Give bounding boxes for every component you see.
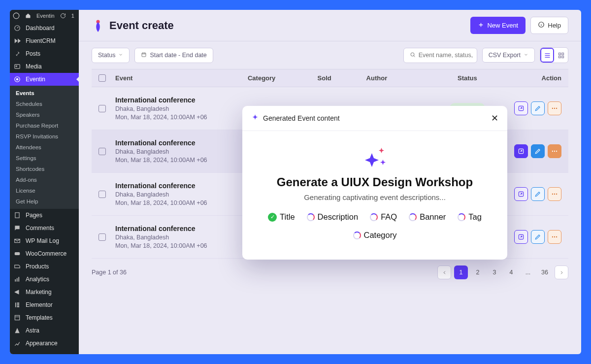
svg-rect-19 — [142, 53, 146, 57]
menu-dashboard[interactable]: Dashboard — [10, 22, 79, 34]
event-location: Dhaka, Bangladesh — [115, 191, 248, 198]
csv-export-button[interactable]: CSV Export — [482, 48, 535, 63]
page-...: ... — [521, 265, 535, 279]
menu-media[interactable]: Media — [10, 60, 79, 73]
status-filter[interactable]: Status — [92, 48, 130, 63]
close-icon[interactable]: ✕ — [491, 113, 498, 124]
more-button[interactable] — [548, 101, 561, 115]
comments-icon — [14, 225, 22, 232]
view-button[interactable] — [514, 144, 528, 158]
submenu-get-help[interactable]: Get Help — [10, 196, 79, 207]
home-icon[interactable] — [25, 12, 32, 19]
pages-icon — [14, 212, 22, 219]
help-button[interactable]: Help — [530, 17, 568, 34]
row-actions — [499, 101, 561, 115]
select-all-checkbox[interactable] — [98, 74, 106, 82]
event-datetime: Mon, Mar 18, 2024, 10:00AM +06 — [115, 157, 248, 164]
row-checkbox[interactable] — [98, 191, 106, 198]
search-icon — [410, 52, 416, 59]
menu-appearance[interactable]: Appearance — [10, 337, 79, 350]
event-title: International conference — [115, 139, 248, 147]
row-checkbox[interactable] — [98, 148, 106, 155]
submenu-attendees[interactable]: Attendees — [10, 142, 79, 153]
submenu-license[interactable]: License — [10, 185, 79, 196]
svg-point-27 — [554, 108, 555, 109]
menu-products[interactable]: Products — [10, 260, 79, 273]
submenu-addons[interactable]: Add-ons — [10, 174, 79, 185]
menu-astra[interactable]: Astra — [10, 324, 79, 337]
menu-analytics[interactable]: Analytics — [10, 273, 79, 286]
submenu-events[interactable]: Events — [10, 88, 79, 99]
menu-eventin[interactable]: Eventin — [10, 73, 79, 86]
menu-pages[interactable]: Pages — [10, 209, 79, 222]
submenu-shortcodes[interactable]: Shortcodes — [10, 164, 79, 174]
modal-header-title: Generated Event content — [263, 114, 340, 122]
svg-point-39 — [554, 236, 555, 237]
eventin-submenu: Events Schedules Speakers Purchase Repor… — [10, 86, 79, 209]
page-36[interactable]: 36 — [538, 265, 552, 279]
spinner-icon — [307, 213, 315, 221]
submenu-schedules[interactable]: Schedules — [10, 99, 79, 109]
spinner-icon — [353, 232, 361, 239]
wordpress-icon[interactable] — [13, 12, 20, 19]
grid-view-button[interactable] — [554, 48, 568, 63]
site-name[interactable]: Eventin — [36, 13, 55, 19]
svg-rect-2 — [15, 65, 20, 68]
next-page-button[interactable] — [555, 265, 568, 279]
submenu-rsvp[interactable]: RSVP Invitations — [10, 131, 79, 142]
svg-rect-16 — [15, 315, 19, 320]
menu-comments[interactable]: Comments — [10, 222, 79, 234]
eventin-icon — [14, 76, 22, 83]
edit-button[interactable] — [531, 230, 545, 244]
page-2[interactable]: 2 — [471, 265, 485, 279]
row-checkbox[interactable] — [98, 233, 106, 241]
search-input-wrap[interactable] — [403, 48, 477, 63]
row-checkbox[interactable] — [98, 105, 106, 112]
menu-posts[interactable]: Posts — [10, 47, 79, 60]
menu-woocommerce[interactable]: WooCommerce — [10, 247, 79, 260]
edit-button[interactable] — [531, 101, 545, 115]
menu-elementor[interactable]: Elementor — [10, 298, 79, 311]
prev-page-button[interactable] — [437, 265, 451, 279]
event-cell: International conferenceDhaka, Banglades… — [115, 96, 248, 121]
more-button[interactable] — [548, 230, 561, 244]
page-1[interactable]: 1 — [454, 265, 468, 279]
col-status: Status — [436, 74, 498, 82]
submenu-settings[interactable]: Settings — [10, 153, 79, 164]
chevron-down-icon — [524, 52, 528, 59]
menu-templates[interactable]: Templates — [10, 311, 79, 324]
event-cell: International conferenceDhaka, Banglades… — [115, 182, 248, 206]
edit-button[interactable] — [531, 144, 545, 158]
submenu-purchase-report[interactable]: Purchase Report — [10, 120, 79, 131]
row-actions — [499, 144, 561, 158]
svg-point-5 — [16, 78, 18, 80]
view-button[interactable] — [514, 187, 528, 201]
col-category: Category — [248, 74, 318, 82]
more-button[interactable] — [548, 187, 561, 201]
new-event-button[interactable]: New Event — [470, 17, 525, 34]
chevron-down-icon — [118, 52, 123, 59]
view-button[interactable] — [514, 230, 528, 244]
svg-point-20 — [411, 53, 414, 56]
page-3[interactable]: 3 — [488, 265, 501, 279]
list-view-button[interactable] — [540, 48, 554, 63]
menu-marketing[interactable]: Marketing — [10, 286, 79, 298]
page-4[interactable]: 4 — [504, 265, 518, 279]
woo-icon — [14, 250, 22, 257]
submenu-speakers[interactable]: Speakers — [10, 109, 79, 120]
media-icon — [14, 63, 22, 70]
menu-fluentcrm[interactable]: FluentCRM — [10, 34, 79, 47]
sparkle-icon — [251, 114, 259, 123]
search-input[interactable] — [419, 52, 473, 59]
row-actions — [499, 230, 561, 244]
edit-button[interactable] — [531, 187, 545, 201]
svg-point-40 — [556, 236, 557, 237]
view-button[interactable] — [514, 101, 528, 115]
page-header: Event create New Event Help — [79, 10, 581, 41]
more-button[interactable] — [548, 144, 561, 158]
menu-wpmail[interactable]: WP Mail Log — [10, 234, 79, 247]
svg-point-28 — [556, 108, 557, 109]
date-range-filter[interactable]: Start date - End date — [134, 48, 213, 63]
updates-icon[interactable] — [60, 12, 66, 19]
check-icon: ✓ — [268, 213, 277, 222]
